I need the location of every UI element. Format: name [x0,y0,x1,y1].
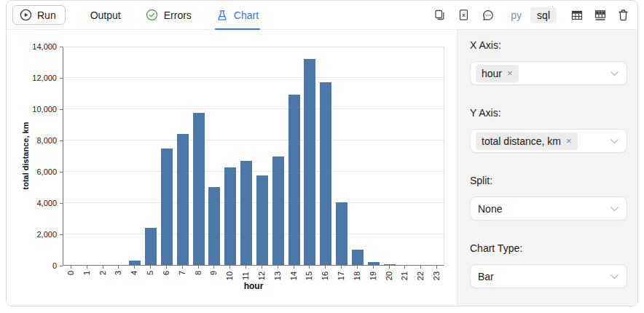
bar-hour-5[interactable] [145,228,157,265]
tab-output[interactable]: Output [90,1,121,29]
x-tick-mark [357,266,358,269]
tab-chart-label: Chart [234,9,259,21]
x-tick-mark [246,266,246,269]
bar-hour-18[interactable] [352,250,364,265]
bar-hour-15[interactable] [304,59,315,265]
x-tick-mark [262,266,262,269]
x-tick-label: 10 [225,272,234,280]
bar-hour-19[interactable] [368,262,380,265]
bar-hour-4[interactable] [129,261,141,265]
tab-output-label: Output [90,9,121,21]
y-tick-mark [60,203,63,204]
bar-hour-9[interactable] [208,187,220,265]
y-tick-label: 12,000 [7,74,57,82]
toolbar-actions: x [433,8,495,22]
chevron-down-icon [610,138,619,144]
run-button[interactable]: Run [12,5,66,25]
y-tick-mark [60,109,63,110]
x-tick-label: 2 [98,271,107,275]
table-actions [570,8,630,22]
x-axis-select[interactable]: hour × [470,61,627,85]
chart-plot [63,47,444,266]
split-value: None [476,203,502,215]
tab-chart[interactable]: Chart [216,1,259,29]
x-tick-label: 22 [416,272,425,280]
y-axis-select[interactable]: total distance, km × [470,129,627,153]
bar-hour-20[interactable] [384,264,396,265]
flask-chart-icon [216,9,228,21]
bar-hour-6[interactable] [161,148,173,265]
tab-errors-label: Errors [164,9,192,21]
x-tick-mark [118,266,119,269]
x-tick-mark [103,266,103,269]
x-tick-label: 20 [385,272,393,280]
x-tick-label: 18 [353,272,361,280]
bar-hour-11[interactable] [240,161,252,265]
table-header-icon[interactable] [570,8,584,22]
x-tick-label: 8 [194,271,203,275]
x-tick-mark [150,266,151,269]
x-tick-label: 16 [321,272,329,280]
sql-toggle[interactable]: sql [530,7,557,23]
bar-hour-14[interactable] [288,95,300,265]
y-axis-label: Y Axis: [470,107,627,119]
y-tick-label: 2,000 [7,230,57,239]
split-setting: Split: None [470,175,627,221]
delete-icon[interactable] [616,8,630,22]
split-select[interactable]: None [470,197,627,221]
gridline [63,108,444,109]
x-tick-label: 7 [178,271,186,275]
x-tick-mark [213,266,214,269]
bar-hour-10[interactable] [224,167,236,265]
x-tick-label: 4 [130,271,138,275]
y-tick-mark [60,234,63,235]
table-cells-icon[interactable] [593,8,607,22]
x-tick-label: 23 [432,272,441,280]
x-tick-mark [182,266,183,269]
bar-hour-7[interactable] [177,134,189,265]
remove-tag-icon[interactable]: × [507,68,513,78]
bar-hour-12[interactable] [256,175,268,265]
x-tick-label: 11 [241,272,250,280]
tab-errors[interactable]: Errors [146,1,192,29]
comments-icon[interactable] [481,8,495,22]
x-tick-mark [198,266,199,269]
x-tick-mark [420,266,421,269]
y-axis-tag-value: total distance, km [482,135,561,147]
run-label: Run [37,9,56,21]
x-tick-mark [373,266,374,269]
x-tick-mark [404,266,405,269]
x-tick-mark [341,266,342,269]
tab-bar: Output Errors Chart [90,1,259,29]
chart-type-label: Chart Type: [470,242,627,254]
y-tick-mark [60,266,63,266]
x-tick-label: 19 [369,272,377,280]
export-file-icon[interactable]: x [457,8,471,22]
y-axis-setting: Y Axis: total distance, km × [470,107,627,153]
bar-hour-16[interactable] [320,82,331,265]
gridline [63,202,444,203]
bar-hour-8[interactable] [193,113,205,265]
bar-hour-17[interactable] [336,202,347,265]
play-circle-icon [20,9,32,21]
remove-tag-icon[interactable]: × [566,136,572,146]
check-circle-icon [146,9,158,21]
x-tick-label: 6 [162,271,170,275]
chart-type-setting: Chart Type: Bar [470,242,627,288]
x-tick-mark [325,266,326,269]
x-tick-label: 12 [257,272,266,280]
chart-type-value: Bar [476,271,494,282]
y-tick-mark [60,78,63,79]
gridline [63,171,444,172]
copy-icon[interactable] [433,8,447,22]
y-tick-label: 6,000 [7,167,57,176]
x-tick-mark [134,266,135,269]
bar-hour-13[interactable] [272,156,284,265]
y-axis-title: total distance, km [21,122,30,190]
chart-type-select[interactable]: Bar [470,264,627,288]
x-axis-label: X Axis: [470,39,627,51]
x-tick-label: 17 [337,272,345,280]
python-toggle[interactable]: py [506,7,526,23]
x-tick-label: 0 [66,271,75,275]
gridline [63,77,444,78]
